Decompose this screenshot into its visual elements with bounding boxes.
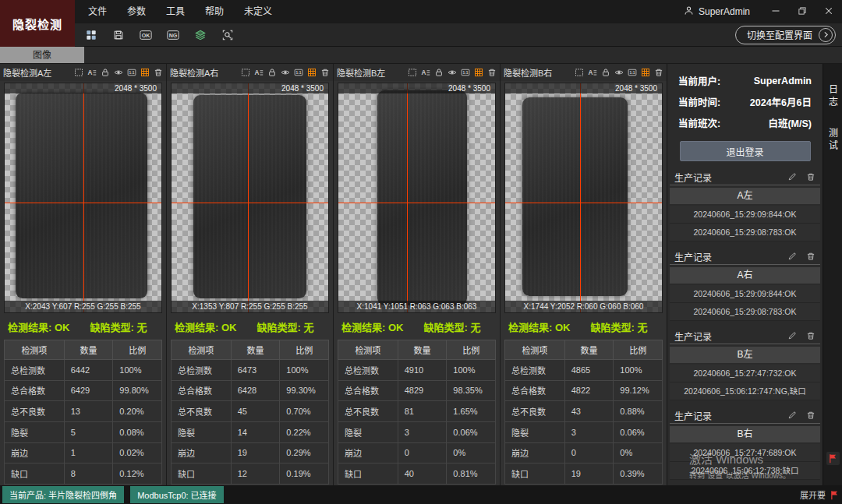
eye-icon[interactable] (448, 68, 457, 77)
trash-icon[interactable] (806, 331, 815, 340)
ng-stamp-icon[interactable]: NG (166, 29, 180, 41)
tab-image[interactable]: 图像 (0, 47, 84, 63)
record-entry[interactable]: 20240606_15:29:09:844:OK (670, 206, 820, 224)
record-entry[interactable]: 20240606_15:29:08:783:OK (670, 224, 820, 241)
trash-icon[interactable] (320, 68, 330, 77)
table-row: 总检测数6442100% (5, 360, 162, 381)
one-to-one-icon[interactable]: 1:1 (294, 68, 303, 77)
menu-item[interactable]: 未定义 (234, 0, 282, 23)
one-to-one-icon[interactable]: 1:1 (628, 68, 637, 77)
search-region-icon[interactable] (221, 29, 235, 41)
flag-icon[interactable] (830, 490, 840, 500)
trash-icon[interactable] (654, 68, 663, 77)
lock-icon[interactable] (101, 68, 110, 77)
record-entry[interactable]: 20240606_15:29:09:844:OK (670, 285, 820, 303)
record-entry[interactable]: 20240606_15:27:47:732:OK (670, 365, 820, 382)
camera-image[interactable]: 2048 * 3500X:1041 Y:1051 R:063 G:063 B:0… (338, 83, 496, 313)
lock-icon[interactable] (601, 68, 610, 77)
layers-icon[interactable] (193, 29, 207, 41)
region-select-icon[interactable] (408, 68, 417, 77)
auto-fit-icon[interactable]: A (254, 68, 264, 77)
trash-icon[interactable] (806, 411, 815, 420)
lock-icon[interactable] (267, 68, 277, 77)
stats-cell: 崩边 (505, 442, 565, 463)
trash-icon[interactable] (487, 68, 497, 77)
minimize-button[interactable] (762, 0, 789, 23)
grid-icon[interactable] (641, 68, 650, 77)
record-entry[interactable]: 20240606_15:27:47:689:OK (670, 444, 820, 462)
chevron-right-icon (819, 28, 833, 42)
stats-cell: 崩边 (172, 442, 232, 463)
stats-cell: 隐裂 (5, 421, 65, 442)
stats-cell: 6428 (231, 380, 280, 401)
crosshair-vertical (248, 83, 249, 312)
record-entry[interactable]: 20240606_15:06:12:738:缺口 (670, 462, 820, 480)
eye-icon[interactable] (114, 68, 123, 77)
stats-header: 比例 (447, 340, 496, 360)
stats-header: 数量 (398, 340, 447, 360)
camera-image[interactable]: 2048 * 3500X:1744 Y:2052 R:060 G:060 B:0… (504, 83, 663, 313)
table-row: 崩边00% (338, 442, 496, 463)
pencil-icon[interactable] (787, 172, 797, 182)
region-select-icon[interactable] (74, 68, 83, 77)
eye-icon[interactable] (281, 68, 290, 77)
close-button[interactable] (815, 0, 842, 23)
crosshair-vertical (83, 83, 84, 312)
menu-item[interactable]: 参数 (117, 0, 156, 23)
stats-cell: 0.70% (280, 401, 329, 422)
ok-stamp-icon[interactable]: OK (139, 29, 153, 41)
menu-item[interactable]: 帮助 (195, 0, 234, 23)
camera-image[interactable]: 2048 * 3500X:1353 Y:807 R:255 G:255 B:25… (171, 83, 329, 313)
stats-cell: 0.29% (280, 442, 329, 463)
stats-cell: 6429 (64, 380, 113, 401)
auto-fit-icon[interactable]: A (421, 68, 430, 77)
stats-cell: 99.30% (280, 380, 329, 401)
panel-header: 隐裂检测B右A1:1 (501, 64, 667, 81)
region-select-icon[interactable] (575, 68, 584, 77)
record-station: A左 (670, 188, 820, 204)
record-entry[interactable]: 20240606_15:29:08:783:OK (670, 303, 820, 321)
flag-icon[interactable] (826, 452, 840, 465)
auto-fit-icon[interactable]: A (87, 68, 97, 77)
apps-grid-icon[interactable] (84, 29, 98, 41)
inspection-result: 检测结果: OK (508, 319, 570, 334)
close-icon (824, 6, 833, 18)
grid-icon[interactable] (140, 68, 150, 77)
pencil-icon[interactable] (787, 252, 797, 261)
trash-icon[interactable] (806, 172, 815, 182)
stats-header: 数量 (564, 340, 614, 360)
tab-test[interactable]: 测试 (826, 128, 840, 153)
restore-button[interactable] (789, 0, 815, 23)
pencil-icon[interactable] (787, 411, 797, 420)
product-image (522, 97, 628, 297)
lock-icon[interactable] (434, 68, 444, 77)
save-icon[interactable] (111, 29, 126, 41)
grid-icon[interactable] (307, 68, 317, 77)
one-to-one-icon[interactable]: 1:1 (461, 68, 470, 77)
panel-toolbar: A1:1 (74, 68, 163, 77)
region-select-icon[interactable] (241, 68, 250, 77)
camera-image[interactable]: 2048 * 3500X:2043 Y:607 R:255 G:255 B:25… (4, 83, 162, 313)
menu-item[interactable]: 文件 (78, 0, 117, 23)
logout-button[interactable]: 退出登录 (680, 141, 811, 161)
trash-icon[interactable] (154, 68, 163, 77)
inspection-result: 检测结果: OK (175, 319, 236, 334)
pencil-icon[interactable] (787, 331, 797, 340)
stats-cell: 缺口 (338, 463, 398, 485)
table-row: 总合格数482998.35% (338, 380, 496, 401)
trash-icon[interactable] (806, 252, 815, 261)
stats-cell: 总检测数 (5, 360, 65, 381)
user-icon (684, 5, 694, 19)
grid-icon[interactable] (474, 68, 483, 77)
stats-cell: 0.22% (280, 421, 329, 442)
record-entry[interactable]: 20240606_15:06:12:747:NG,缺口 (670, 382, 820, 400)
tab-log[interactable]: 日志 (826, 84, 840, 109)
menu-item[interactable]: 工具 (156, 0, 195, 23)
eye-icon[interactable] (614, 68, 624, 77)
stats-cell: 总不良数 (5, 401, 65, 422)
one-to-one-icon[interactable]: 1:1 (127, 68, 136, 77)
pixel-coordinates: X:1353 Y:807 R:255 G:255 B:255 (172, 301, 328, 312)
expand-label[interactable]: 展开要 (800, 488, 826, 501)
auto-fit-icon[interactable]: A (588, 68, 597, 77)
switch-to-config-button[interactable]: 切换至配置界面 (735, 26, 836, 44)
